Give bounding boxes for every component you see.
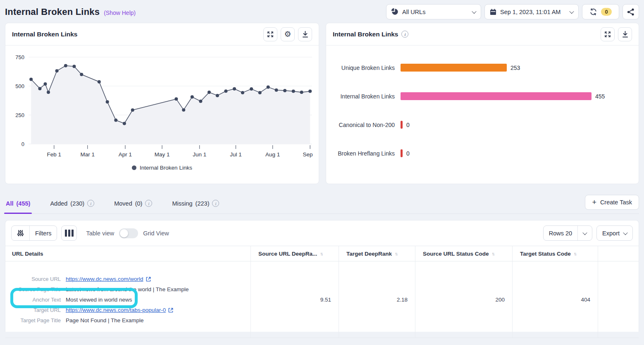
pie-chart-icon	[391, 8, 398, 15]
bar-broken-hreflang-links[interactable]	[401, 149, 403, 157]
svg-text:Aug 1: Aug 1	[265, 151, 280, 158]
sort-icon[interactable]: ↑↓	[395, 251, 397, 256]
export-label: Export	[602, 230, 620, 237]
tab-added[interactable]: Added(230)	[49, 200, 95, 213]
legend-dot-icon	[132, 165, 136, 170]
show-help-link[interactable]: (Show Help)	[104, 10, 136, 16]
target-url-field: Target URL https://www.dc.news.com/tabs-…	[12, 305, 244, 315]
svg-text:250: 250	[15, 112, 24, 118]
manage-columns-button[interactable]	[61, 225, 77, 241]
bar-canonical-to-non-200[interactable]	[401, 121, 403, 129]
field-label: Source URL	[12, 276, 61, 282]
bar-internal-broken-links[interactable]	[401, 92, 592, 100]
info-icon[interactable]	[87, 200, 94, 207]
svg-text:750: 750	[15, 54, 24, 60]
column-header-source-url-status-code[interactable]: Source URL Status Code↑↓	[415, 246, 512, 261]
tab-all[interactable]: All(455)	[5, 200, 31, 213]
plus-icon: +	[592, 199, 596, 206]
svg-text:500: 500	[15, 83, 24, 89]
target-url-link[interactable]: https://www.dc.news.com/tabs-popular-0	[66, 307, 173, 313]
bar-row: Unique Broken Links 253	[336, 64, 630, 72]
external-link-icon	[168, 308, 173, 313]
filters-label[interactable]: Filters	[29, 226, 57, 240]
table-header-row: URL Details Source URL DeepRa...↑↓ Targe…	[5, 246, 639, 261]
target-status-code-cell: 404	[512, 261, 598, 338]
bar-label: Canonical to Non-200	[336, 122, 395, 128]
source-url-deeprank-cell: 9.51	[250, 261, 339, 338]
column-header-target-deeprank[interactable]: Target DeepRank↑↓	[339, 246, 415, 261]
sort-icon[interactable]: ↑↓	[492, 251, 494, 256]
filters-button[interactable]: Filters	[11, 225, 57, 241]
expand-button[interactable]	[601, 27, 615, 41]
column-header-target-status-code[interactable]: Target Status Code↑↓	[512, 246, 598, 261]
date-selector-value: Sep 1, 2023, 11:01 AM	[500, 9, 561, 15]
chevron-down-icon	[472, 9, 476, 13]
field-label: Source Page Title	[12, 286, 61, 292]
column-header-url-details[interactable]: URL Details	[5, 246, 250, 261]
gear-icon: ⚙	[284, 30, 291, 38]
external-link-icon	[146, 277, 151, 282]
chevron-down-icon	[623, 230, 627, 235]
source-url-link[interactable]: https://www.dc.news.com/world	[66, 276, 151, 282]
sort-icon[interactable]: ↑↓	[320, 251, 322, 256]
expand-icon	[604, 31, 611, 38]
column-header-source-url-deeprank[interactable]: Source URL DeepRa...↑↓	[250, 246, 339, 261]
rows-count-label[interactable]: Rows 20	[544, 226, 577, 240]
download-button[interactable]	[298, 27, 312, 41]
bar-value: 0	[406, 122, 410, 128]
info-icon[interactable]	[401, 31, 408, 38]
bar-value: 455	[595, 93, 605, 100]
expand-button[interactable]	[263, 27, 277, 41]
field-value: Latest news from around the world | The …	[66, 286, 188, 292]
download-button[interactable]	[618, 27, 632, 41]
empty-cell	[598, 261, 639, 338]
bar-value: 253	[510, 65, 520, 71]
rows-per-page-dropdown[interactable]: Rows 20	[543, 225, 592, 241]
tab-missing[interactable]: Missing(223)	[171, 200, 220, 213]
bar-unique-broken-links[interactable]	[401, 64, 507, 72]
bar-row: Broken Hreflang Links 0	[336, 149, 630, 157]
legend-label: Internal Broken Links	[140, 165, 192, 171]
filter-sliders-icon[interactable]	[12, 226, 29, 240]
bar-row: Canonical to Non-200 0	[336, 121, 630, 129]
results-table-card: Filters Table view Grid View Rows 20 Exp…	[5, 220, 639, 332]
settings-button[interactable]: ⚙	[281, 27, 295, 41]
info-icon[interactable]	[212, 200, 219, 207]
share-button[interactable]	[623, 4, 639, 19]
segment-selector-dropdown[interactable]: All URLs	[386, 4, 481, 19]
summary-bar-card: Internal Broken Links Unique Broken Link…	[326, 23, 639, 184]
target-deeprank-cell: 2.18	[339, 261, 415, 338]
refresh-icon	[589, 8, 597, 16]
source-page-title-field: Source Page Title Latest news from aroun…	[12, 284, 244, 295]
source-url-status-code-cell: 200	[415, 261, 512, 338]
trend-card-title: Internal Broken Links	[12, 31, 77, 38]
columns-icon	[65, 230, 67, 237]
chevron-down-icon	[569, 9, 574, 13]
info-icon[interactable]	[145, 200, 152, 207]
field-value: Most viewed in world news	[66, 297, 132, 303]
segment-selector-value: All URLs	[402, 9, 425, 15]
bar-label: Unique Broken Links	[336, 65, 395, 71]
internal-broken-links-line-chart[interactable]: 0250500750Feb 1Mar 1Apr 1May 1Jun 1Jul 1…	[10, 51, 315, 160]
recrawl-button[interactable]: 0	[582, 4, 619, 19]
sort-icon[interactable]: ↑↓	[574, 251, 576, 256]
page-header: Internal Broken Links (Show Help) All UR…	[0, 0, 644, 23]
url-details-cell: Source URL https://www.dc.news.com/world…	[5, 261, 250, 338]
export-button[interactable]: Export	[596, 225, 633, 241]
expand-icon	[267, 31, 274, 38]
svg-text:Jun 1: Jun 1	[193, 151, 206, 158]
table-view-label: Table view	[86, 230, 114, 237]
summary-card-title: Internal Broken Links	[333, 31, 408, 38]
view-toggle[interactable]	[119, 228, 138, 238]
bar-label: Internal Broken Links	[336, 93, 395, 100]
toggle-knob[interactable]	[120, 229, 128, 237]
table-row: Source URL https://www.dc.news.com/world…	[5, 261, 639, 338]
tab-moved[interactable]: Moved(0)	[113, 200, 153, 213]
create-task-button[interactable]: + Create Task	[585, 195, 639, 210]
table-toolbar: Filters Table view Grid View Rows 20 Exp…	[5, 220, 639, 246]
date-selector-dropdown[interactable]: Sep 1, 2023, 11:01 AM	[484, 4, 579, 19]
download-icon	[622, 31, 628, 38]
summary-bars: Unique Broken Links 253 Internal Broken …	[326, 46, 639, 157]
rows-chevron[interactable]	[577, 226, 592, 240]
field-label: Target URL	[12, 307, 61, 313]
